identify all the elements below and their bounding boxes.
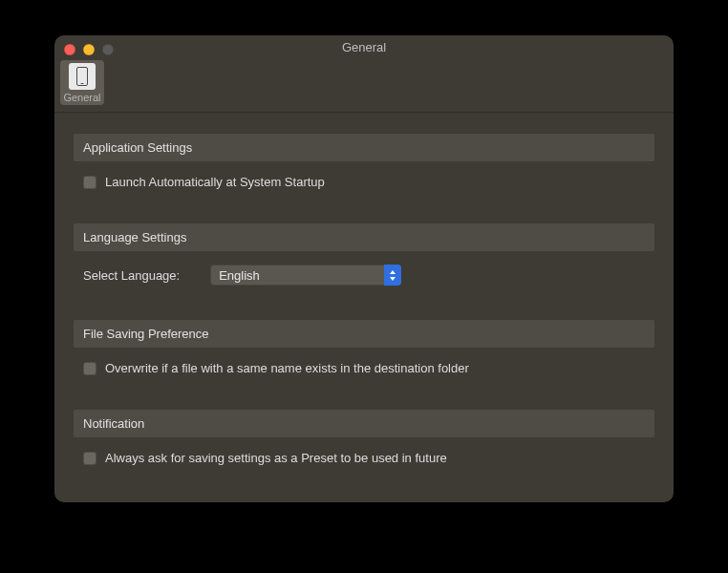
- preferences-window: General General Application Settings Lau…: [54, 35, 674, 502]
- always-ask-preset-row: Always ask for saving settings as a Pres…: [83, 451, 645, 465]
- overwrite-checkbox[interactable]: [83, 362, 96, 375]
- preferences-toolbar: General: [54, 58, 674, 113]
- section-file-saving: File Saving Preference Overwrite if a fi…: [74, 320, 654, 381]
- language-select-value: English: [210, 268, 260, 283]
- section-header-application: Application Settings: [74, 134, 654, 161]
- tab-general-label: General: [63, 92, 100, 103]
- tab-general[interactable]: General: [60, 60, 104, 105]
- launch-at-startup-label: Launch Automatically at System Startup: [105, 175, 325, 189]
- always-ask-preset-checkbox[interactable]: [83, 452, 96, 465]
- chevron-up-down-icon: [384, 265, 401, 286]
- general-icon: [69, 63, 96, 90]
- overwrite-label: Overwrite if a file with a same name exi…: [105, 361, 469, 375]
- language-select[interactable]: English: [210, 265, 401, 286]
- content-area: Application Settings Launch Automaticall…: [54, 113, 674, 490]
- launch-at-startup-checkbox[interactable]: [83, 176, 96, 189]
- select-language-label: Select Language:: [83, 268, 180, 283]
- window-title: General: [54, 40, 674, 54]
- titlebar: General: [54, 35, 674, 58]
- section-language-settings: Language Settings Select Language: Engli…: [74, 223, 654, 291]
- always-ask-preset-label: Always ask for saving settings as a Pres…: [105, 451, 447, 465]
- section-header-file-saving: File Saving Preference: [74, 320, 654, 348]
- section-header-notification: Notification: [74, 410, 654, 437]
- section-header-language: Language Settings: [74, 223, 654, 251]
- launch-at-startup-row: Launch Automatically at System Startup: [83, 175, 645, 189]
- section-application-settings: Application Settings Launch Automaticall…: [74, 134, 654, 195]
- language-row: Select Language: English: [83, 265, 645, 286]
- section-notification: Notification Always ask for saving setti…: [74, 410, 654, 471]
- overwrite-row: Overwrite if a file with a same name exi…: [83, 361, 645, 375]
